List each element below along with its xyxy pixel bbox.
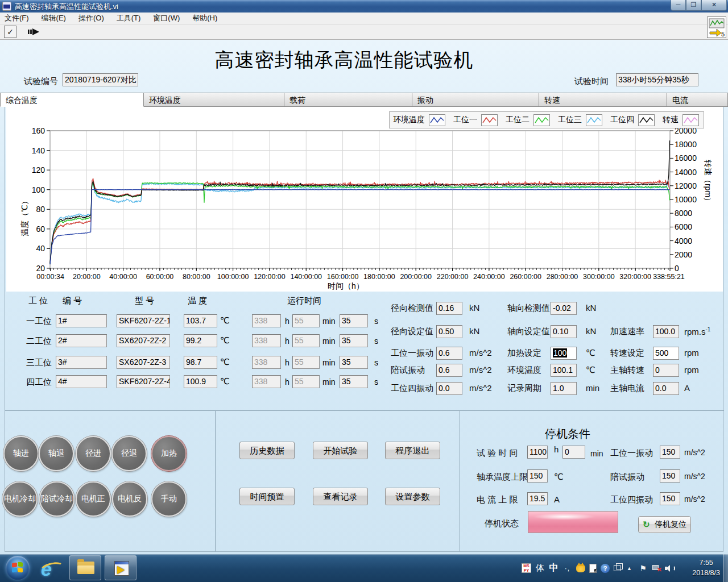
legend-item-0[interactable]: 环境温度 <box>393 114 445 126</box>
close-button[interactable]: ✕ <box>701 0 727 11</box>
stop-vib1-field[interactable]: 150 <box>660 446 680 459</box>
stop-temp-label: 轴承温度上限 <box>477 472 528 483</box>
tab-1[interactable]: 环境温度 <box>144 93 284 107</box>
legend-item-3[interactable]: 工位三 <box>558 114 602 126</box>
window-switch-icon[interactable] <box>614 565 621 571</box>
menu-item-3[interactable]: 工具(T) <box>112 13 149 23</box>
legend-item-5[interactable]: 转速 <box>663 114 699 126</box>
network-icon[interactable]: ✕ <box>652 564 661 572</box>
param-unit-colC2: rpm <box>684 365 699 375</box>
tab-5[interactable]: 电流 <box>667 93 728 107</box>
svg-text:140: 140 <box>32 146 46 155</box>
param-unit-colB3: ℃ <box>586 365 595 375</box>
explorer-taskbar-button[interactable] <box>69 555 101 580</box>
param-unit-colB0: kN <box>586 303 596 313</box>
param-field-colC2[interactable]: 0 <box>653 364 679 377</box>
legend-item-1[interactable]: 工位一 <box>453 114 498 126</box>
menu-item-0[interactable]: 文件(F) <box>0 13 37 23</box>
round-button-电机正[interactable]: 电机正 <box>76 481 111 517</box>
test-time-field[interactable]: 338小时55分钟35秒 <box>616 73 698 86</box>
station-model-field-3[interactable]: SKF6207-2Z-4 <box>117 375 170 388</box>
station-id-field-3[interactable]: 4# <box>56 375 107 388</box>
show-desktop-button[interactable] <box>723 554 728 582</box>
action-center-icon[interactable]: ⚑ <box>638 563 648 573</box>
legend-item-4[interactable]: 工位四 <box>610 114 655 126</box>
menu-item-1[interactable]: 编辑(E) <box>37 13 74 23</box>
station-id-field-1[interactable]: 2# <box>56 334 107 347</box>
round-button-电机冷却[interactable]: 电机冷却 <box>2 481 38 517</box>
param-field-colC1[interactable]: 500 <box>653 347 679 360</box>
tab-0[interactable]: 综合温度 <box>0 93 144 107</box>
station-temp-unit-1: ℃ <box>220 335 230 346</box>
tab-4[interactable]: 转速 <box>539 93 667 107</box>
svg-text:8000: 8000 <box>675 209 692 218</box>
round-button-径进[interactable]: 径进 <box>76 436 111 471</box>
param-field-colB1[interactable]: 0.10 <box>551 325 577 338</box>
stop-time-min-field[interactable]: 0 <box>562 446 585 459</box>
legend-item-2[interactable]: 工位二 <box>506 114 550 126</box>
volume-icon[interactable] <box>665 564 674 572</box>
internet-explorer-icon[interactable]: e <box>41 558 61 579</box>
station-model-field-2[interactable]: SX6207-2Z-3 <box>117 356 170 369</box>
ime-mspy-icon[interactable]: MSPY <box>522 563 531 573</box>
action-button-程序退出[interactable]: 程序退出 <box>385 442 440 459</box>
labview-taskbar-button[interactable] <box>105 555 136 580</box>
param-field-colA1[interactable]: 0.50 <box>436 325 462 338</box>
param-field-colC3[interactable]: 0.0 <box>653 382 679 395</box>
tab-2[interactable]: 载荷 <box>284 93 412 107</box>
ime-punct-icon[interactable]: ·, <box>562 563 572 573</box>
stop-time-h-field[interactable]: 1100 <box>527 446 548 459</box>
action-button-查看记录[interactable]: 查看记录 <box>313 488 368 505</box>
stop-vib2-field[interactable]: 150 <box>660 469 680 483</box>
param-field-colA2[interactable]: 0.6 <box>436 347 462 360</box>
station-model-field-0[interactable]: SKF6207-2Z-1 <box>117 314 170 327</box>
param-field-colC0[interactable]: 100.0 <box>653 325 679 338</box>
taskbar-clock[interactable]: 7:55 2018/8/3 <box>692 558 720 578</box>
param-field-colB4[interactable]: 1.0 <box>551 382 577 395</box>
action-button-开始试验[interactable]: 开始试验 <box>313 442 368 459</box>
check-tool-button[interactable]: ✓ <box>4 26 16 38</box>
menu-item-4[interactable]: 窗口(W) <box>148 13 188 23</box>
station-model-field-1[interactable]: SX6207-2Z-2 <box>117 334 170 347</box>
station-id-field-2[interactable]: 3# <box>56 356 107 369</box>
param-field-colB2[interactable]: 100 <box>551 347 577 360</box>
round-button-加热[interactable]: 加热 <box>151 436 187 471</box>
stop-reset-button[interactable]: ↻停机复位 <box>638 516 691 533</box>
menu-item-2[interactable]: 操作(O) <box>74 13 112 23</box>
round-button-手动[interactable]: 手动 <box>151 481 187 517</box>
action-button-历史数据[interactable]: 历史数据 <box>239 442 295 459</box>
param-field-colA4[interactable]: 0.0 <box>436 382 462 395</box>
ime-chinese-icon[interactable]: 中 <box>549 563 559 573</box>
param-field-colA3[interactable]: 0.6 <box>436 364 462 377</box>
ime-mode-icon[interactable]: 体 <box>535 563 545 573</box>
station-name-0: 一工位 <box>26 316 52 327</box>
show-hidden-icons[interactable]: ▲ <box>624 563 634 573</box>
station-sec-field-0: 35 <box>340 314 368 327</box>
minimize-button[interactable]: ─ <box>671 0 686 11</box>
param-field-colA0[interactable]: 0.16 <box>436 302 462 315</box>
round-button-轴退[interactable]: 轴退 <box>39 436 74 471</box>
stop-current-field[interactable]: 19.5 <box>527 492 548 505</box>
ime-pad-icon[interactable] <box>589 564 597 573</box>
run-button[interactable] <box>27 26 42 38</box>
start-button[interactable] <box>6 556 30 580</box>
svg-text:16000: 16000 <box>675 153 697 163</box>
round-button-陪试冷却[interactable]: 陪试冷却 <box>39 481 75 517</box>
action-button-时间预置[interactable]: 时间预置 <box>239 488 295 505</box>
param-field-colB3[interactable]: 100.1 <box>551 364 577 377</box>
help-icon[interactable]: ? <box>601 564 610 573</box>
stop-temp-field[interactable]: 150 <box>527 469 548 483</box>
stop-vib4-field[interactable]: 150 <box>660 492 680 505</box>
round-button-轴进[interactable]: 轴进 <box>3 436 39 471</box>
action-button-设置参数[interactable]: 设置参数 <box>385 488 440 505</box>
menu-item-5[interactable]: 帮助(H) <box>188 13 225 23</box>
restore-button[interactable]: ❐ <box>686 0 701 11</box>
tray-app-icon[interactable] <box>576 564 585 572</box>
round-button-径退[interactable]: 径退 <box>111 436 147 471</box>
tab-3[interactable]: 振动 <box>412 93 539 107</box>
round-button-电机反[interactable]: 电机反 <box>112 481 147 517</box>
station-hours-field-3: 338 <box>252 375 281 388</box>
param-field-colB0[interactable]: -0.02 <box>551 302 577 315</box>
station-id-field-0[interactable]: 1# <box>56 314 107 327</box>
test-id-field[interactable]: 20180719-6207对比 <box>63 73 138 86</box>
